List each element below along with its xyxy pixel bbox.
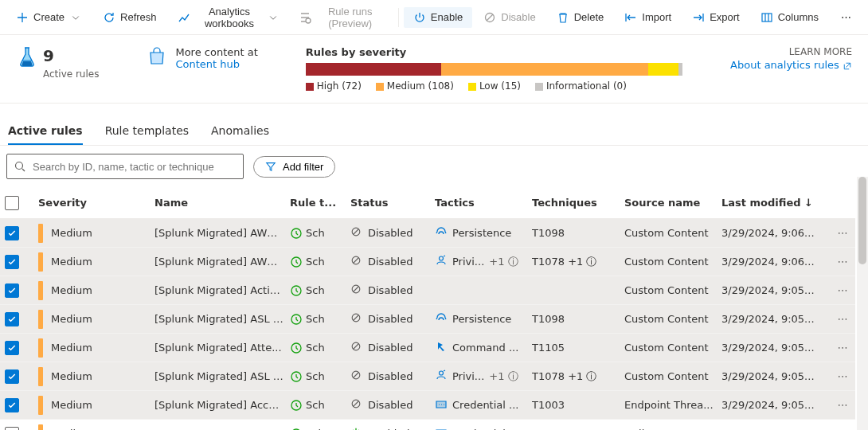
row-more-button[interactable]: ⋯: [828, 342, 857, 354]
status-cell: Disabled: [350, 283, 435, 297]
header-severity[interactable]: Severity: [38, 197, 154, 209]
clock-icon: [290, 342, 303, 354]
row-checkbox[interactable]: [5, 341, 19, 355]
table-row[interactable]: Medium[Splunk Migrated] Activ...SchDisab…: [0, 276, 855, 305]
export-label: Export: [710, 11, 740, 23]
shopping-bag-icon: [147, 46, 167, 67]
refresh-button[interactable]: Refresh: [93, 7, 166, 28]
clock-icon: [290, 399, 303, 412]
row-checkbox[interactable]: [5, 255, 19, 269]
select-all-checkbox[interactable]: [5, 196, 19, 210]
row-more-button[interactable]: ⋯: [828, 227, 857, 239]
table-row[interactable]: Medium[Splunk Migrated] AWS ...SchDisabl…: [0, 219, 855, 248]
filter-icon: [265, 161, 276, 172]
name-cell: [Splunk Migrated] Atte...: [154, 342, 290, 354]
techniques-cell: T1078 +1 ⓘ: [532, 255, 624, 269]
row-checkbox[interactable]: [5, 226, 19, 240]
header-tactics[interactable]: Tactics: [435, 197, 532, 209]
add-filter-label: Add filter: [283, 161, 323, 173]
toolbar: Create Refresh Analytics workbooks Rule …: [0, 0, 868, 35]
rule-runs-button: Rule runs (Preview): [289, 2, 393, 33]
severity-pill: [38, 338, 43, 358]
scrollbar-thumb[interactable]: [858, 177, 866, 264]
row-checkbox[interactable]: [5, 398, 19, 412]
tactic-icon: [435, 369, 448, 384]
flask-icon: [18, 46, 37, 68]
header-source[interactable]: Source name: [624, 197, 721, 209]
disabled-icon: [350, 283, 362, 297]
svg-rect-2: [762, 14, 772, 22]
source-cell: Custom Content: [624, 227, 721, 239]
severity-pill: [38, 396, 43, 415]
severity-pill: [38, 281, 43, 300]
import-label: Import: [642, 11, 671, 23]
table-row[interactable]: Medium[Splunk Migrated] Atte...SchDisabl…: [0, 334, 855, 362]
import-button[interactable]: Import: [615, 7, 681, 28]
tactics-cell: Privi... +1 ⓘ: [435, 254, 532, 269]
row-more-button[interactable]: ⋯: [828, 256, 857, 268]
add-filter-button[interactable]: Add filter: [253, 156, 335, 178]
row-checkbox[interactable]: [5, 369, 19, 384]
vertical-scrollbar[interactable]: [857, 177, 868, 430]
name-cell: [Splunk Migrated] AWS ...: [154, 227, 290, 239]
table-row[interactable]: Medium[Splunk Migrated] ASL A...SchDisab…: [0, 305, 855, 334]
tactic-icon: [435, 340, 448, 355]
columns-button[interactable]: Columns: [751, 7, 828, 28]
disabled-icon: [350, 312, 362, 326]
power-icon: [413, 11, 426, 24]
analytics-workbooks-button[interactable]: Analytics workbooks: [168, 2, 288, 33]
tab-active-rules[interactable]: Active rules: [8, 118, 83, 145]
svg-point-3: [16, 162, 23, 170]
row-more-button[interactable]: ⋯: [828, 284, 857, 296]
enable-button[interactable]: Enable: [404, 7, 472, 28]
tab-rule-templates[interactable]: Rule templates: [105, 118, 189, 145]
plus-icon: [16, 11, 29, 24]
modified-cell: 3/29/2024, 9:06...: [721, 256, 828, 268]
severity-cell: Medium: [38, 424, 154, 431]
header-rule-type[interactable]: Rule t...: [290, 197, 350, 209]
disabled-icon: [350, 341, 362, 354]
search-input[interactable]: [33, 161, 237, 173]
table-row[interactable]: Medium[Splunk Migrated] Acces...SchDisab…: [0, 391, 855, 420]
create-button[interactable]: Create: [6, 7, 92, 28]
row-more-button[interactable]: ⋯: [828, 399, 857, 411]
row-more-button[interactable]: ⋯: [828, 370, 857, 382]
header-techniques[interactable]: Techniques: [532, 197, 624, 209]
search-box[interactable]: [6, 154, 244, 179]
columns-icon: [760, 11, 773, 24]
delete-button[interactable]: Delete: [547, 7, 614, 28]
row-checkbox[interactable]: [5, 312, 19, 326]
status-cell: Disabled: [350, 398, 435, 412]
table-row[interactable]: MediumAUTO DISABLED Brute F...SchEnabled…: [0, 420, 855, 430]
summary-bar: 9 Active rules More content at Content h…: [0, 35, 868, 104]
status-cell: Disabled: [350, 255, 435, 268]
severity-cell: Medium: [38, 338, 154, 358]
status-cell: Disabled: [350, 226, 435, 240]
content-hub-link[interactable]: Content hub: [175, 58, 240, 70]
header-modified[interactable]: Last modified ↓: [721, 197, 828, 209]
table-row[interactable]: Medium[Splunk Migrated] AWS ...SchDisabl…: [0, 248, 855, 276]
row-checkbox[interactable]: [5, 427, 19, 431]
rule-type-cell: Sch: [290, 342, 350, 354]
rule-type-cell: Sch: [290, 313, 350, 326]
techniques-cell: T1078 +1 ⓘ: [532, 369, 624, 384]
name-cell: [Splunk Migrated] AWS ...: [154, 256, 290, 268]
more-button[interactable]: ⋯: [830, 7, 862, 28]
table-row[interactable]: Medium[Splunk Migrated] ASL A...SchDisab…: [0, 362, 855, 391]
severity-pill: [38, 424, 43, 431]
tactics-cell: Privi... +1 ⓘ: [435, 369, 532, 384]
export-button[interactable]: Export: [682, 7, 749, 28]
tactics-cell: Command ...: [435, 340, 532, 355]
source-cell: Custom Content: [624, 313, 721, 325]
header-name[interactable]: Name: [154, 197, 290, 209]
tactics-cell: Persistence: [435, 311, 532, 326]
row-checkbox[interactable]: [5, 283, 19, 298]
refresh-label: Refresh: [120, 11, 157, 23]
modified-cell: 3/29/2024, 9:05...: [721, 284, 828, 296]
active-rules-metric: 9 Active rules: [18, 46, 99, 80]
row-more-button[interactable]: ⋯: [828, 313, 857, 325]
tab-anomalies[interactable]: Anomalies: [211, 118, 269, 145]
header-status[interactable]: Status: [350, 197, 435, 209]
disabled-icon: [350, 398, 362, 412]
about-analytics-link[interactable]: About analytics rules: [730, 59, 852, 71]
